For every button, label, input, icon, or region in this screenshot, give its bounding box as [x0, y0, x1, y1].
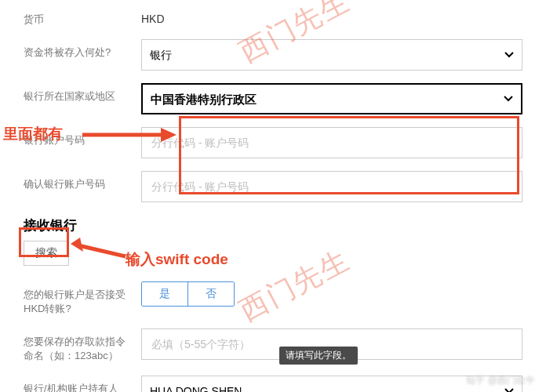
search-button[interactable]: 搜索: [24, 241, 69, 266]
row-confirm: 确认银行账户号码: [0, 165, 546, 209]
annotation-text-swift: 输入swift code: [126, 249, 228, 270]
row-accept: 您的银行账户是否接受HKD转账? 是 否: [0, 275, 546, 322]
tooltip-required: 请填写此字段。: [279, 347, 358, 365]
btn-group-accept: 是 否: [141, 281, 235, 307]
label-account: 银行账户号码: [0, 127, 141, 147]
label-deposit: 资金将被存入何处?: [0, 39, 141, 60]
section-title-receiving-bank: 接收银行: [0, 209, 546, 241]
label-currency: 货币: [0, 6, 141, 27]
btn-yes[interactable]: 是: [142, 282, 187, 306]
row-instruction: 您要保存的存取款指令命名（如：123abc）: [0, 322, 546, 369]
select-country[interactable]: 中国香港特别行政区: [141, 83, 522, 114]
row-currency: 货币 HKD: [0, 0, 546, 33]
value-currency: HKD: [141, 6, 546, 25]
label-holder: 银行/机构账户持有人: [0, 376, 141, 392]
row-account: 银行账户号码: [0, 121, 546, 165]
select-deposit[interactable]: 银行: [141, 39, 522, 71]
input-account[interactable]: [141, 127, 522, 158]
label-instruction: 您要保存的存取款指令命名（如：123abc）: [0, 328, 141, 363]
label-accept: 您的银行账户是否接受HKD转账?: [0, 281, 141, 316]
arrow-icon-swift: [71, 238, 126, 261]
footer-watermark: 知乎 @西门吹牛: [466, 374, 535, 387]
row-holder: 银行/机构账户持有人 HUA DONG SHEN: [0, 369, 546, 392]
row-country: 银行所在国家或地区 中国香港特别行政区: [0, 77, 546, 121]
btn-no[interactable]: 否: [187, 282, 234, 306]
svg-line-2: [78, 245, 126, 256]
label-country: 银行所在国家或地区: [0, 83, 141, 103]
row-deposit: 资金将被存入何处? 银行: [0, 33, 546, 77]
input-confirm[interactable]: [141, 171, 522, 202]
label-confirm: 确认银行账户号码: [0, 171, 141, 191]
